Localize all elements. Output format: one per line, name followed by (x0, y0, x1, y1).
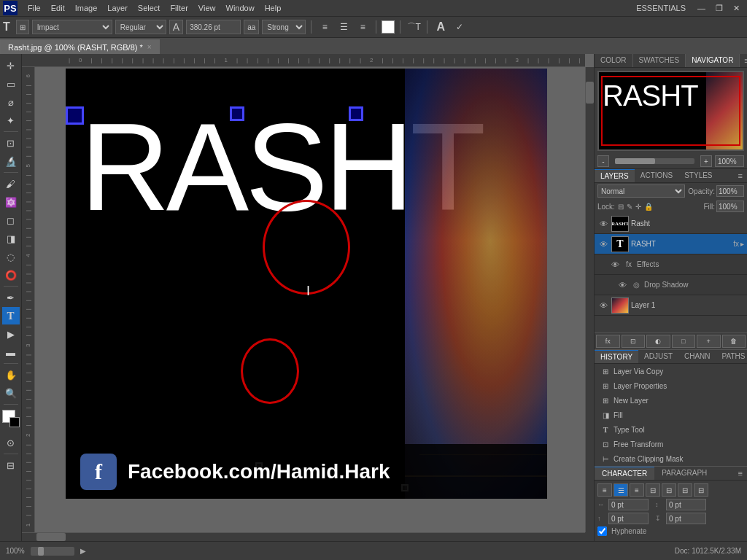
history-item-3[interactable]: ◨ Fill (595, 408, 747, 422)
zoom-tool[interactable]: 🔍 (2, 384, 20, 402)
blend-mode-select[interactable]: Normal (597, 184, 685, 198)
zoom-in-btn[interactable]: + (700, 155, 712, 167)
tab-paragraph[interactable]: PARAGRAPH (654, 467, 714, 480)
para-justify-left[interactable]: ⊟ (646, 483, 660, 497)
magic-wand-tool[interactable]: ✦ (2, 112, 20, 129)
clone-tool[interactable]: 🔯 (2, 193, 20, 211)
new-fill-adj-btn[interactable]: ◐ (646, 335, 670, 348)
menu-filter[interactable]: Filter (166, 2, 192, 14)
shape-tool[interactable]: ▬ (2, 343, 20, 361)
menu-window[interactable]: Window (222, 2, 259, 14)
history-item-1[interactable]: ⊞ Layer Properties (595, 378, 747, 393)
tab-layers[interactable]: LAYERS (595, 169, 635, 182)
para-justify-right[interactable]: ⊟ (678, 483, 692, 497)
aa-mode-select[interactable]: Strong (262, 20, 306, 34)
history-item-4[interactable]: T Type Tool (595, 422, 747, 437)
pen-tool[interactable]: ✒ (2, 289, 20, 306)
lock-all-btn[interactable]: 🔒 (644, 203, 653, 211)
para-justify-all[interactable]: ⊟ (694, 483, 708, 497)
document-tab[interactable]: Rasht.jpg @ 100% (RASHT, RGB/8) * × (0, 39, 160, 54)
layer-eye-drop-shadow[interactable]: 👁 (616, 279, 628, 291)
navigator-menu-btn[interactable]: ≡ (740, 54, 747, 67)
menu-image[interactable]: Image (71, 2, 102, 14)
quick-mask-btn[interactable]: ⊙ (2, 434, 20, 451)
layer-item-effects[interactable]: 👁 fx Effects (595, 254, 747, 275)
font-family-select[interactable]: Impact (32, 20, 112, 34)
font-size-input[interactable] (186, 20, 241, 34)
align-right-btn[interactable]: ≡ (355, 19, 371, 35)
color-swatches[interactable] (2, 410, 20, 427)
tab-adjust[interactable]: ADJUST (638, 350, 678, 363)
tab-close-btn[interactable]: × (147, 43, 152, 51)
horizontal-scroll-thumb[interactable] (36, 533, 66, 541)
history-item-5[interactable]: ⊡ Free Transform (595, 437, 747, 451)
new-layer-btn[interactable]: + (697, 335, 721, 348)
vertical-scroll-thumb[interactable] (586, 82, 594, 104)
text-color-swatch[interactable] (382, 20, 395, 34)
tab-history[interactable]: HISTORY (595, 350, 638, 363)
status-arrow[interactable]: ▶ (80, 547, 86, 555)
tab-paths[interactable]: PATHS (716, 350, 747, 363)
brush-tool[interactable]: 🖌 (2, 175, 20, 192)
commit-btn[interactable]: ✓ (452, 19, 468, 35)
baseline-input[interactable] (666, 513, 706, 524)
character-menu-btn[interactable]: ≡ (734, 467, 747, 480)
delete-layer-btn[interactable]: 🗑 (722, 335, 746, 348)
horizontal-scrollbar[interactable] (22, 532, 585, 541)
tab-navigator[interactable]: NAVIGATOR (686, 54, 740, 67)
add-mask-btn[interactable]: ⊡ (622, 335, 646, 348)
restore-btn[interactable]: ❐ (711, 2, 727, 15)
blur-tool[interactable]: ◌ (2, 248, 20, 265)
fill-input[interactable] (716, 201, 744, 212)
eraser-tool[interactable]: ◻ (2, 211, 20, 229)
hand-tool[interactable]: ✋ (2, 366, 20, 384)
eyedropper-tool[interactable]: 🔬 (2, 152, 20, 170)
history-item-0[interactable]: ⊞ Layer Via Copy (595, 364, 747, 378)
warp-text-btn[interactable]: ⌒T (406, 19, 422, 35)
lock-pixels-btn[interactable]: ✎ (627, 203, 632, 211)
tab-actions[interactable]: ACTIONS (635, 169, 678, 182)
para-justify-center[interactable]: ⊟ (662, 483, 676, 497)
lock-position-btn[interactable]: ✛ (635, 203, 641, 211)
tab-channels[interactable]: CHANN (678, 350, 716, 363)
background-color[interactable] (9, 417, 20, 427)
crop-tool[interactable]: ⊡ (2, 134, 20, 152)
menu-view[interactable]: View (194, 2, 220, 14)
move-tool[interactable]: ✛ (2, 57, 20, 74)
tab-character[interactable]: CHARACTER (595, 467, 654, 480)
kerning-input[interactable] (666, 499, 706, 510)
layer-item-rasht-text[interactable]: 👁 T RASHT fx ▸ (595, 234, 747, 254)
layer-eye-effects[interactable]: 👁 (609, 259, 621, 271)
layer-item-layer1[interactable]: 👁 Layer 1 (595, 295, 747, 316)
vertical-scrollbar[interactable] (585, 67, 594, 532)
history-item-2[interactable]: ⊞ New Layer (595, 393, 747, 408)
hyphenate-checkbox[interactable] (597, 526, 607, 536)
zoom-slider-thumb[interactable] (38, 547, 44, 556)
tab-styles[interactable]: STYLES (678, 169, 718, 182)
path-select-tool[interactable]: ▶ (2, 325, 20, 343)
tab-color[interactable]: COLOR (595, 54, 633, 67)
menu-edit[interactable]: Edit (47, 2, 69, 14)
gradient-tool[interactable]: ◨ (2, 230, 20, 247)
font-style-select[interactable]: Regular (115, 20, 166, 34)
tool-options-btn[interactable]: ⊞ (16, 20, 29, 34)
history-item-6[interactable]: ⊢ Create Clipping Mask (595, 451, 747, 466)
layers-menu-btn[interactable]: ≡ (734, 169, 747, 182)
menu-file[interactable]: File (23, 2, 45, 14)
char-panel-btn[interactable]: A (433, 19, 449, 35)
layer-eye-rasht[interactable]: 👁 (597, 218, 609, 230)
screen-mode-btn[interactable]: ⊟ (2, 456, 20, 474)
lock-transparent-btn[interactable]: ⊟ (618, 203, 624, 211)
para-align-left[interactable]: ≡ (597, 483, 612, 497)
para-align-right[interactable]: ≡ (630, 483, 644, 497)
zoom-slider[interactable] (31, 547, 74, 556)
lasso-tool[interactable]: ⌀ (2, 93, 20, 111)
align-center-btn[interactable]: ☰ (336, 19, 352, 35)
align-left-btn[interactable]: ≡ (317, 19, 333, 35)
close-btn[interactable]: ✕ (729, 2, 744, 15)
opacity-input[interactable] (716, 185, 744, 197)
new-group-btn[interactable]: □ (672, 335, 696, 348)
layer-item-rasht[interactable]: 👁 RASHT Rasht (595, 214, 747, 234)
menu-help[interactable]: Help (260, 2, 286, 14)
zoom-slider-track[interactable] (615, 158, 694, 164)
